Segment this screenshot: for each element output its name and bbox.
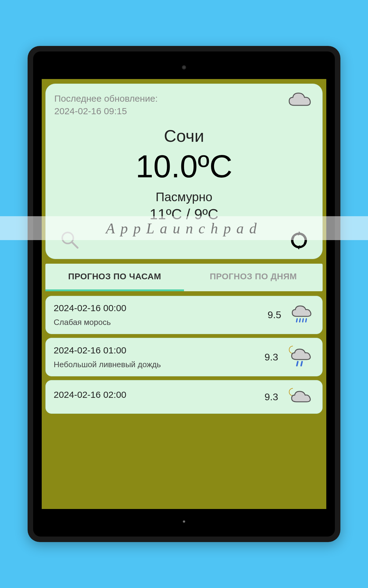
tablet-home-indicator [183,520,185,523]
svg-line-3 [300,319,300,322]
svg-line-6 [297,362,298,366]
last-update-label: Последнее обновление: [54,93,158,104]
forecast-temp: 9.3 [265,391,278,403]
svg-line-5 [306,319,306,322]
last-update-text: Последнее обновление: 2024-02-16 09:15 [54,92,158,117]
forecast-list[interactable]: 2024-02-16 00:00 Слабая морось 9.5 [45,296,323,504]
last-update-time: 2024-02-16 09:15 [54,106,127,116]
svg-line-4 [303,319,303,322]
forecast-condition: Небольшой ливневый дождь [54,360,260,369]
cloud-drizzle-icon [290,304,314,326]
forecast-item-left: 2024-02-16 02:00 [54,390,260,404]
tablet-camera [182,65,186,70]
forecast-temp: 9.5 [268,309,281,321]
moon-cloud-icon [287,387,314,407]
moon-cloud-rain-icon [287,345,314,369]
svg-line-2 [297,319,297,322]
forecast-item[interactable]: 2024-02-16 01:00 Небольшой ливневый дожд… [45,338,323,376]
forecast-item-left: 2024-02-16 01:00 Небольшой ливневый дожд… [54,345,260,369]
watermark-overlay: AppLaunchpad [0,216,368,240]
current-weather-icon [287,91,314,111]
update-row: Последнее обновление: 2024-02-16 09:15 [54,92,314,117]
forecast-item-left: 2024-02-16 00:00 Слабая морось [54,303,263,327]
city-name: Сочи [54,126,314,146]
forecast-datetime: 2024-02-16 01:00 [54,345,260,356]
tablet-frame: Последнее обновление: 2024-02-16 09:15 С… [28,46,340,542]
forecast-condition: Слабая морось [54,318,263,327]
svg-line-1 [72,242,78,248]
svg-line-7 [301,362,302,366]
forecast-item[interactable]: 2024-02-16 02:00 9.3 [45,380,323,414]
tab-hourly[interactable]: ПРОГНОЗ ПО ЧАСАМ [45,264,184,291]
current-temperature: 10.0ºC [54,148,314,185]
forecast-item[interactable]: 2024-02-16 00:00 Слабая морось 9.5 [45,296,323,334]
forecast-datetime: 2024-02-16 02:00 [54,390,260,400]
watermark-text: AppLaunchpad [106,220,262,237]
tablet-inner: Последнее обновление: 2024-02-16 09:15 С… [33,51,335,537]
forecast-datetime: 2024-02-16 00:00 [54,303,263,313]
tab-daily[interactable]: ПРОГНОЗ ПО ДНЯМ [184,264,323,291]
forecast-tabs: ПРОГНОЗ ПО ЧАСАМ ПРОГНОЗ ПО ДНЯМ [45,264,323,291]
forecast-temp: 9.3 [265,352,278,363]
app-screen: Последнее обновление: 2024-02-16 09:15 С… [42,79,326,509]
current-condition: Пасмурно [54,190,314,204]
